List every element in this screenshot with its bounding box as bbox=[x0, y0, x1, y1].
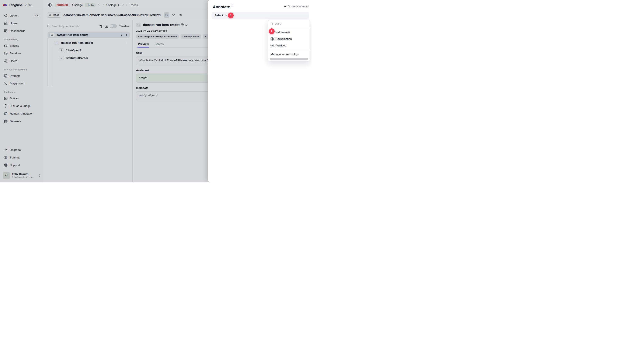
clock-icon bbox=[4, 52, 8, 55]
sidebar-item-human-annotation[interactable]: Human Annotation bbox=[2, 110, 42, 117]
tab-preview[interactable]: Preview bbox=[137, 41, 149, 47]
save-status-text: Score data saved bbox=[288, 5, 309, 8]
trace-tree: dataset-run-item-cmdet ↔ dataset-run-ite… bbox=[44, 32, 133, 61]
breadcrumb-separator: / bbox=[103, 3, 104, 7]
fold-vertical-icon[interactable] bbox=[125, 34, 128, 36]
project-chevron-down-icon[interactable] bbox=[121, 4, 124, 6]
annotate-drawer: Annotate Score data saved Select 1 # Hel… bbox=[208, 0, 312, 182]
breadcrumb-project[interactable]: fuselage-1 bbox=[106, 3, 119, 7]
sidebar-toggle-button[interactable] bbox=[47, 2, 53, 8]
star-button[interactable] bbox=[171, 12, 176, 18]
home-label: Home bbox=[10, 22, 17, 25]
settings-label: Settings bbox=[10, 156, 20, 159]
dropdown-search-row bbox=[268, 20, 310, 28]
copy-id-button[interactable]: ID bbox=[181, 23, 187, 26]
filter-sliders-icon[interactable] bbox=[99, 24, 103, 28]
app-version: v3.86.1 bbox=[25, 4, 33, 6]
env-badge: Env: langfuse-prompt-experiment bbox=[136, 34, 179, 39]
user-email: felix@langfuse.com bbox=[12, 176, 33, 179]
org-chevron-down-icon[interactable] bbox=[98, 4, 101, 6]
trace-type-badge: Trace bbox=[47, 13, 61, 18]
terminal-icon bbox=[4, 82, 8, 85]
sidebar-item-scores[interactable]: Scores bbox=[2, 95, 42, 101]
search-icon bbox=[47, 25, 50, 28]
lightbulb-icon bbox=[4, 104, 8, 108]
sidebar-item-playground[interactable]: Playground bbox=[2, 80, 42, 86]
tree-node-span[interactable]: ↔ StrOutputParser bbox=[44, 55, 133, 61]
chevron-down-icon[interactable] bbox=[125, 41, 128, 44]
tree-node-generation[interactable]: ChatOpenAI bbox=[44, 47, 133, 53]
openai-icon bbox=[59, 48, 64, 52]
tree-search-row: Timeline bbox=[47, 23, 130, 29]
score-option-hallucination[interactable]: B Hallucination bbox=[268, 36, 310, 42]
chevron-down-icon bbox=[225, 14, 227, 17]
sidebar-item-support[interactable]: Support bbox=[2, 162, 42, 168]
sidebar-item-llm-judge[interactable]: LLM-as-a-Judge bbox=[2, 103, 42, 109]
unfold-vertical-icon[interactable] bbox=[120, 34, 123, 36]
list-tree-icon bbox=[49, 14, 51, 16]
sidebar: Langfuse v3.86.1 Go to... ⌘ K Home Dashb… bbox=[0, 0, 44, 182]
save-status: Score data saved bbox=[284, 5, 309, 8]
score-select-trigger[interactable]: Select bbox=[212, 12, 309, 19]
sidebar-item-goto[interactable]: Go to... ⌘ K bbox=[2, 12, 42, 19]
scores-label: Scores bbox=[10, 97, 19, 100]
goto-shortcut: ⌘ K bbox=[33, 14, 40, 17]
dashboards-icon bbox=[4, 29, 8, 33]
score-select-dropdown: # Helpfulness B Hallucination B Postitiv… bbox=[268, 20, 310, 62]
gear-icon bbox=[4, 156, 8, 159]
sparkle-icon bbox=[4, 148, 8, 152]
dropdown-search-input[interactable] bbox=[275, 22, 307, 26]
dashboards-label: Dashboards bbox=[10, 29, 25, 32]
share-button[interactable] bbox=[178, 12, 183, 18]
sidebar-item-settings[interactable]: Settings bbox=[2, 154, 42, 161]
tag-icon bbox=[165, 14, 168, 16]
manage-score-configs[interactable]: Manage score configs bbox=[268, 50, 310, 58]
percent-square-icon bbox=[4, 97, 8, 100]
plan-badge: Hobby bbox=[85, 3, 96, 7]
search-icon bbox=[4, 14, 8, 17]
users-icon bbox=[4, 59, 8, 63]
timeline-toggle[interactable] bbox=[110, 24, 117, 28]
span-icon: ↔ bbox=[59, 56, 64, 60]
section-evaluation: Evaluation bbox=[4, 91, 40, 93]
chevrons-up-down-icon bbox=[38, 174, 41, 177]
tree-search-input[interactable] bbox=[52, 25, 97, 28]
annotate-title: Annotate bbox=[213, 5, 230, 9]
trace-title: dataset-run-item-cmdet: 9ed6657f-52a0-4a… bbox=[64, 13, 161, 17]
tree-node-root[interactable]: dataset-run-item-cmdet bbox=[47, 32, 130, 38]
tree-guide-line bbox=[47, 38, 48, 86]
user-name: Felix Krauth bbox=[12, 172, 33, 176]
tag-button[interactable] bbox=[164, 12, 169, 18]
human-annotation-label: Human Annotation bbox=[10, 112, 33, 115]
tab-scores[interactable]: Scores bbox=[154, 41, 164, 47]
sidebar-item-prompts[interactable]: Prompts bbox=[2, 73, 42, 79]
playground-label: Playground bbox=[10, 82, 24, 85]
sidebar-item-home[interactable]: Home bbox=[2, 20, 42, 26]
user-menu[interactable]: FK Felix Krauth felix@langfuse.com bbox=[2, 171, 42, 180]
download-icon[interactable] bbox=[104, 24, 108, 28]
dropdown-scrollbar[interactable] bbox=[270, 58, 308, 60]
select-label: Select bbox=[215, 14, 223, 17]
score-option-label: Helpfulness bbox=[275, 31, 290, 34]
breadcrumb-org[interactable]: fuselage bbox=[72, 3, 83, 7]
share-icon bbox=[179, 14, 182, 16]
sidebar-item-tracing[interactable]: Tracing bbox=[2, 43, 42, 49]
breadcrumb-separator-2: / bbox=[126, 3, 127, 7]
info-icon[interactable] bbox=[231, 4, 233, 6]
timeline-label: Timeline bbox=[119, 25, 130, 28]
sidebar-item-datasets[interactable]: Datasets bbox=[2, 118, 42, 124]
sidebar-item-upgrade[interactable]: Upgrade bbox=[2, 147, 42, 153]
sidebar-item-users[interactable]: Users bbox=[2, 58, 42, 64]
score-option-label: Hallucination bbox=[275, 37, 292, 41]
clipboard-pen-icon bbox=[4, 112, 8, 115]
users-label: Users bbox=[10, 59, 17, 63]
score-option-postitive[interactable]: B Postitive bbox=[268, 42, 310, 49]
sidebar-item-sessions[interactable]: Sessions bbox=[2, 50, 42, 56]
app-name: Langfuse bbox=[9, 3, 22, 7]
list-tree-icon bbox=[136, 23, 141, 27]
tree-node-child[interactable]: ↔ dataset-run-item-cmdet bbox=[44, 40, 133, 46]
sidebar-item-dashboards[interactable]: Dashboards bbox=[2, 28, 42, 34]
walkthrough-step-2-badge: 2 bbox=[269, 28, 275, 34]
support-label: Support bbox=[10, 164, 20, 167]
sidebar-nav: Go to... ⌘ K Home Dashboards Observabili… bbox=[0, 10, 44, 124]
